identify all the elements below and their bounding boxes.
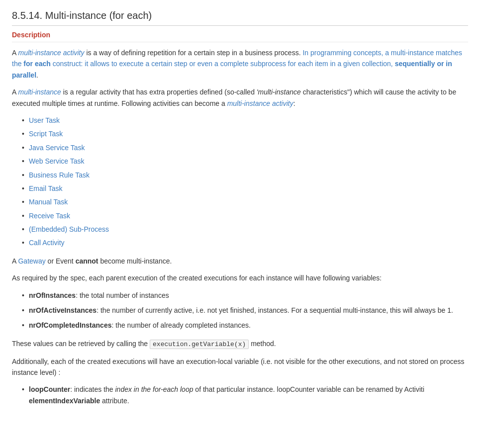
paragraph-1: A multi-instance activity is a way of de… xyxy=(12,47,468,81)
var-nrofinstances: nrOfInstances xyxy=(29,291,76,299)
list-item: Business Rule Task xyxy=(22,170,468,180)
link-script-task[interactable]: Script Task xyxy=(29,130,63,138)
link-multi-instance[interactable]: multi-instance xyxy=(18,88,61,96)
inline-code-getvariable: execution.getVariable(x) xyxy=(150,340,249,349)
link-user-task[interactable]: User Task xyxy=(29,116,60,124)
list-item: User Task xyxy=(22,115,468,126)
link-embedded-sub-process[interactable]: (Embedded) Sub-Process xyxy=(29,225,109,233)
spec-paragraph: As required by the spec, each parent exe… xyxy=(12,272,468,283)
link-multi-instance-activity-2[interactable]: multi-instance activity xyxy=(227,99,293,107)
var-loopcounter: loopCounter xyxy=(29,385,70,393)
var-nrofactiveinstances: nrOfActiveInstances xyxy=(29,306,96,314)
page-title: 8.5.14. Multi-instance (for each) xyxy=(12,10,468,26)
list-item: Web Service Task xyxy=(22,156,468,167)
link-java-service-task[interactable]: Java Service Task xyxy=(29,144,85,152)
list-item: Manual Task xyxy=(22,196,468,207)
list-item-loopcounter: loopCounter: indicates the index in the … xyxy=(22,384,468,406)
paragraph-2: A multi-instance is a regular activity t… xyxy=(12,87,468,109)
list-item: (Embedded) Sub-Process xyxy=(22,224,468,235)
link-business-rule-task[interactable]: Business Rule Task xyxy=(29,171,90,179)
variable-list: nrOfInstances: the total number of insta… xyxy=(22,290,468,331)
list-item: Call Activity xyxy=(22,237,468,248)
list-item: Email Task xyxy=(22,183,468,194)
list-item: Receive Task xyxy=(22,210,468,221)
execution-paragraph: Additionally, each of the created execut… xyxy=(12,356,468,378)
loop-variable-list: loopCounter: indicates the index in the … xyxy=(22,384,468,406)
list-item: Java Service Task xyxy=(22,142,468,153)
activity-list: User Task Script Task Java Service Task … xyxy=(22,115,468,249)
link-manual-task[interactable]: Manual Task xyxy=(29,198,68,206)
retrieval-paragraph: These values can be retrieved by calling… xyxy=(12,338,468,350)
list-item-nrofcompletedinstances: nrOfCompletedInstances: the number of al… xyxy=(22,320,468,331)
list-item-nrofinstances: nrOfInstances: the total number of insta… xyxy=(22,290,468,301)
link-call-activity[interactable]: Call Activity xyxy=(29,239,65,247)
var-nrofcompletedinstances: nrOfCompletedInstances xyxy=(29,321,111,329)
list-item-nrofactiveinstances: nrOfActiveInstances: the number of curre… xyxy=(22,305,468,316)
link-receive-task[interactable]: Receive Task xyxy=(29,212,70,220)
link-multi-instance-activity[interactable]: multi-instance activity xyxy=(18,49,84,57)
link-email-task[interactable]: Email Task xyxy=(29,184,62,192)
list-item: Script Task xyxy=(22,128,468,139)
gateway-paragraph: A Gateway or Event cannot become multi-i… xyxy=(12,256,468,267)
description-label: Description xyxy=(12,31,468,42)
link-gateway[interactable]: Gateway xyxy=(18,257,45,265)
link-web-service-task[interactable]: Web Service Task xyxy=(29,157,85,165)
